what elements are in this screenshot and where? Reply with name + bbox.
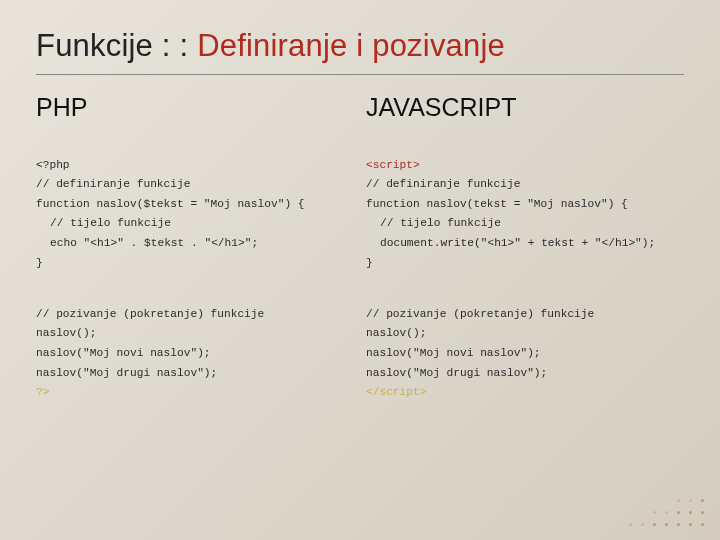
code-line: // pozivanje (pokretanje) funkcije [36, 308, 264, 320]
title-part-a: Funkcije [36, 28, 153, 63]
code-line: // tijelo funkcije [366, 214, 684, 234]
code-line: // definiranje funkcije [366, 178, 520, 190]
code-line: naslov("Moj drugi naslov"); [366, 367, 547, 379]
code-line: function naslov($tekst = "Moj naslov") { [36, 198, 305, 210]
column-js-heading: JAVASCRIPT [366, 93, 684, 122]
columns: PHP <?php // definiranje funkcije functi… [36, 93, 684, 422]
code-line: <?php [36, 159, 70, 171]
code-line: naslov("Moj novi naslov"); [366, 347, 541, 359]
title-separator: : : [153, 28, 197, 63]
code-line: } [36, 257, 43, 269]
code-php: <?php // definiranje funkcije function n… [36, 136, 354, 422]
code-line: naslov("Moj novi naslov"); [36, 347, 211, 359]
code-line: ?> [36, 386, 49, 398]
slide-title: Funkcije : : Definiranje i pozivanje [36, 28, 684, 64]
code-line: echo "<h1>" . $tekst . "</h1>"; [36, 234, 354, 254]
code-js: <script> // definiranje funkcije functio… [366, 136, 684, 422]
column-php-heading: PHP [36, 93, 354, 122]
code-line: // tijelo funkcije [36, 214, 354, 234]
code-line: } [366, 257, 373, 269]
code-line: naslov("Moj drugi naslov"); [36, 367, 217, 379]
code-line: naslov(); [366, 327, 426, 339]
slide: Funkcije : : Definiranje i pozivanje PHP… [0, 0, 720, 540]
code-line: function naslov(tekst = "Moj naslov") { [366, 198, 628, 210]
column-php: PHP <?php // definiranje funkcije functi… [36, 93, 354, 422]
decorative-dots [626, 496, 706, 528]
title-wrap: Funkcije : : Definiranje i pozivanje [36, 28, 684, 75]
code-line: // pozivanje (pokretanje) funkcije [366, 308, 594, 320]
column-js: JAVASCRIPT <script> // definiranje funkc… [366, 93, 684, 422]
code-line: <script> [366, 159, 420, 171]
code-line: document.write("<h1>" + tekst + "</h1>")… [366, 234, 684, 254]
title-part-b: Definiranje i pozivanje [197, 28, 505, 63]
code-line: </script> [366, 386, 426, 398]
code-line: naslov(); [36, 327, 96, 339]
code-line: // definiranje funkcije [36, 178, 190, 190]
